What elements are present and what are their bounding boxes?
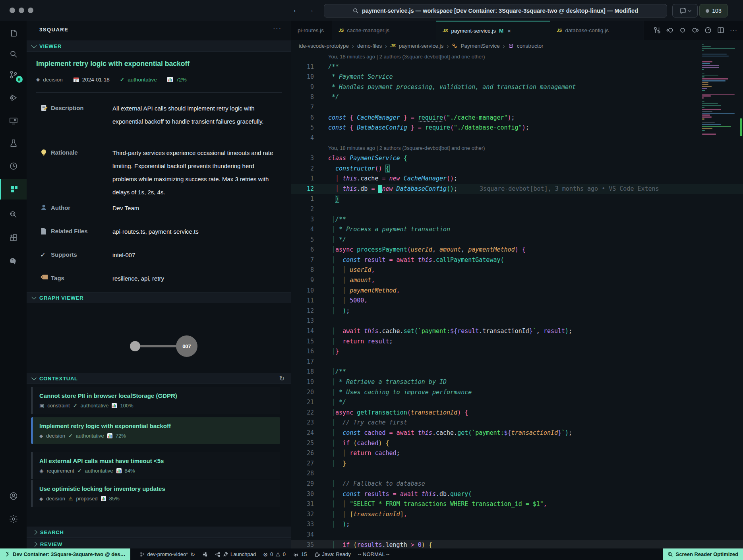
code-editor[interactable]: You, 18 minutes ago | 2 authors (3square… xyxy=(291,52,743,548)
launchpad-status[interactable]: Launchpad xyxy=(211,548,259,560)
code-line[interactable]: 28 xyxy=(291,469,743,479)
graph-node[interactable] xyxy=(130,341,140,351)
code-line[interactable]: 13 xyxy=(291,316,743,326)
code-line[interactable]: 29 │ // Fallback to database xyxy=(291,479,743,489)
code-line[interactable]: 7 │ const result = await this.callPaymen… xyxy=(291,255,743,265)
code-line[interactable]: 33 │ ); xyxy=(291,519,743,530)
line-number[interactable]: 10 xyxy=(291,72,314,82)
code-line[interactable]: 23 │ // Try cache first xyxy=(291,418,743,428)
line-number[interactable]: 16 xyxy=(291,347,314,357)
line-number[interactable]: 28 xyxy=(291,469,314,479)
line-number[interactable]: 1 xyxy=(291,194,314,204)
code-line[interactable]: 1 } xyxy=(291,194,743,204)
code-line[interactable]: 21 │ */ xyxy=(291,397,743,408)
contextual-card[interactable]: All external API calls must have timeout… xyxy=(31,452,280,479)
line-number[interactable]: 33 xyxy=(291,519,314,530)
line-number[interactable]: 21 xyxy=(291,397,314,408)
line-number[interactable]: 1 xyxy=(291,174,314,184)
code-line[interactable]: 18 │/** xyxy=(291,367,743,377)
line-number[interactable]: 5 xyxy=(291,235,314,245)
copilot-chat-button[interactable] xyxy=(672,4,698,17)
code-line[interactable]: 14 │ await this.cache.set(`payment:${res… xyxy=(291,326,743,337)
line-number[interactable]: 4 xyxy=(291,225,314,235)
explorer-icon[interactable] xyxy=(0,23,27,44)
code-line[interactable]: 10 * Payment Service xyxy=(291,72,743,82)
remote-window-icon[interactable] xyxy=(0,110,27,131)
line-number[interactable]: 22 xyxy=(291,408,314,418)
ports-status[interactable]: 15 xyxy=(289,548,310,560)
line-number[interactable]: 26 xyxy=(291,448,314,459)
code-line[interactable]: 11 │ │ 5000, xyxy=(291,296,743,306)
code-line[interactable]: 24 │ const cached = await this.cache.get… xyxy=(291,428,743,438)
line-number[interactable]: 17 xyxy=(291,357,314,367)
code-line[interactable]: 19 │ * Retrieve a transaction by ID xyxy=(291,377,743,388)
problems-status[interactable]: ⊗ 0 ⚠ 0 xyxy=(259,548,289,560)
line-number[interactable]: 20 xyxy=(291,388,314,398)
code-line[interactable]: 1 │ this.cache = new CacheManager(); xyxy=(291,174,743,184)
line-number[interactable]: 13 xyxy=(291,316,314,326)
line-number[interactable]: 11 xyxy=(291,296,314,306)
line-number[interactable]: 10 xyxy=(291,286,314,296)
remote-indicator[interactable]: Dev Container: 3Square-3square-two @ des… xyxy=(0,548,130,560)
tab-cache-manager[interactable]: JS cache-manager.js xyxy=(332,21,436,40)
extensions-icon[interactable] xyxy=(0,227,27,248)
code-line[interactable]: 30 │ const results = await this.db.query… xyxy=(291,489,743,500)
line-number[interactable]: 31 xyxy=(291,499,314,510)
line-number[interactable]: 24 xyxy=(291,428,314,438)
code-search-icon[interactable] xyxy=(0,204,27,225)
command-center-search[interactable]: payment-service.js — workspace [Dev Cont… xyxy=(324,4,667,17)
line-number[interactable]: 7 xyxy=(291,103,314,113)
close-icon[interactable]: × xyxy=(507,27,511,34)
line-number[interactable]: 2 xyxy=(291,204,314,215)
line-number[interactable]: 15 xyxy=(291,337,314,347)
line-number[interactable]: 6 xyxy=(291,113,314,123)
code-line[interactable]: 2 constructor() { xyxy=(291,164,743,174)
compare-changes-icon[interactable] xyxy=(654,27,661,34)
java-status[interactable]: Java: Ready xyxy=(311,548,354,560)
section-header-search[interactable]: SEARCH xyxy=(27,527,291,538)
notification-badge[interactable]: 103 xyxy=(699,4,728,17)
line-number[interactable]: 11 xyxy=(291,62,314,72)
source-control-icon[interactable]: 6 xyxy=(0,64,27,85)
blame-lens[interactable]: You, 18 minutes ago | 2 authors (3square… xyxy=(291,52,743,62)
code-line[interactable]: 3 │/** xyxy=(291,215,743,225)
line-number[interactable]: 7 xyxy=(291,255,314,265)
line-number[interactable]: 12 xyxy=(291,184,314,194)
code-line[interactable]: 8 */ xyxy=(291,92,743,103)
code-line[interactable]: 6 │async processPayment(userId, amount, … xyxy=(291,245,743,255)
tune-button[interactable] xyxy=(199,548,211,560)
breadcrumb-item[interactable]: payment-service.js xyxy=(399,43,444,49)
test-beaker-icon[interactable] xyxy=(0,133,27,153)
line-number[interactable]: 25 xyxy=(291,438,314,449)
code-line[interactable]: 20 │ * Uses caching to improve performan… xyxy=(291,388,743,398)
line-number[interactable]: 6 xyxy=(291,245,314,255)
code-line[interactable]: 16 │} xyxy=(291,347,743,357)
tab-payment-service[interactable]: JS payment-service.js M × xyxy=(436,21,550,40)
code-line[interactable]: 4 xyxy=(291,133,743,143)
timeline-icon[interactable] xyxy=(704,27,712,34)
code-line[interactable]: 31 │ │ "SELECT * FROM transactions WHERE… xyxy=(291,499,743,510)
minimap[interactable] xyxy=(702,42,740,161)
section-header-contextual[interactable]: CONTEXTUAL ↻ xyxy=(27,373,291,384)
line-number[interactable]: 14 xyxy=(291,326,314,337)
code-line[interactable]: 25 │ if (cached) { xyxy=(291,438,743,449)
contextual-card-selected[interactable]: Implement retry logic with exponential b… xyxy=(31,417,280,444)
code-line[interactable]: 5 │ */ xyxy=(291,235,743,245)
next-change-icon[interactable] xyxy=(692,27,699,34)
line-number[interactable]: 23 xyxy=(291,418,314,428)
line-number[interactable]: 27 xyxy=(291,459,314,469)
line-number[interactable]: 34 xyxy=(291,530,314,540)
code-line[interactable]: 22 │async getTransaction(transactionId) … xyxy=(291,408,743,418)
breadcrumb-item[interactable]: PaymentService xyxy=(461,43,499,49)
history-icon[interactable] xyxy=(0,156,27,176)
line-number[interactable]: 3 xyxy=(291,153,314,164)
line-number[interactable]: 18 xyxy=(291,367,314,377)
section-header-viewer[interactable]: VIEWER xyxy=(27,41,291,52)
section-header-review[interactable]: REVIEW xyxy=(27,539,291,550)
code-line[interactable]: 10 │ │ paymentMethod, xyxy=(291,286,743,296)
code-line[interactable]: 11/** xyxy=(291,62,743,72)
contextual-card[interactable]: Cannot store PII in browser localStorage… xyxy=(31,387,280,414)
code-line[interactable]: 4 │ * Process a payment transaction xyxy=(291,225,743,235)
split-editor-icon[interactable] xyxy=(717,27,724,34)
code-line[interactable]: 12 │ this.db = new DatabaseConfig();3squ… xyxy=(291,184,743,194)
